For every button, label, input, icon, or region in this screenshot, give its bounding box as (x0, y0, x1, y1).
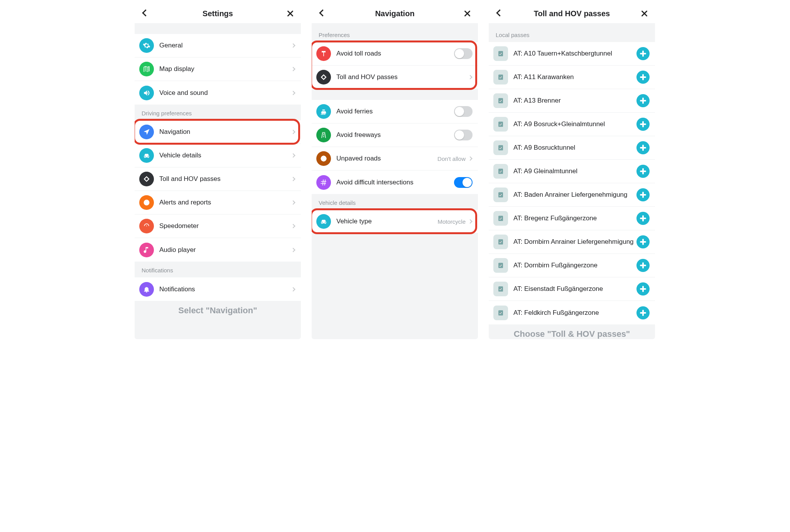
chevron-right-icon (291, 153, 295, 157)
add-pass-button[interactable] (636, 118, 650, 131)
add-pass-button[interactable] (636, 282, 650, 296)
close-icon (287, 10, 294, 17)
plus-icon (640, 215, 646, 221)
page-title: Settings (135, 9, 301, 18)
toggle-avoid-toll[interactable] (454, 48, 473, 59)
toggle-avoid-intersections[interactable] (454, 177, 473, 188)
row-label: Speedometer (159, 222, 292, 230)
plus-icon (640, 310, 646, 316)
plus-icon (640, 51, 646, 57)
add-pass-button[interactable] (636, 306, 650, 319)
add-pass-button[interactable] (636, 212, 650, 225)
car-icon (316, 214, 331, 229)
pass-label: AT: Eisenstadt Fußgängerzone (513, 285, 636, 293)
row-label: Toll and HOV passes (159, 175, 292, 183)
settings-speedometer[interactable]: Speedometer (135, 214, 301, 238)
pass-row[interactable]: AT: Baden Anrainer Liefergenehmigung (489, 183, 655, 207)
close-button[interactable] (285, 8, 295, 19)
settings-map-display[interactable]: Map display (135, 57, 301, 81)
pass-icon (493, 306, 508, 320)
row-label: Unpaved roads (336, 155, 437, 162)
pass-row[interactable]: AT: A11 Karawanken (489, 66, 655, 89)
music-icon (139, 243, 154, 257)
row-label: Avoid ferries (336, 108, 454, 115)
pass-row[interactable]: AT: Feldkirch Fußgängerzone (489, 301, 655, 324)
map-icon (139, 62, 154, 76)
pass-row[interactable]: AT: Bregenz Fußgängerzone (489, 207, 655, 230)
settings-toll-hov[interactable]: Toll and HOV passes (135, 167, 301, 191)
chevron-right-icon (291, 200, 295, 204)
row-label: Avoid freeways (336, 131, 454, 139)
plus-icon (640, 262, 646, 269)
toggle-avoid-freeways[interactable] (454, 130, 473, 140)
nav-avoid-intersections[interactable]: Avoid difficult intersections (312, 171, 478, 194)
plus-icon (640, 192, 646, 198)
section-notifications: Notifications (135, 262, 301, 277)
row-value: Motorcycle (437, 218, 466, 225)
pass-row[interactable]: AT: Dornbirn Fußgängerzone (489, 254, 655, 277)
pass-row[interactable]: AT: A9 Bosruck+Gleinalmtunnel (489, 113, 655, 136)
nav-avoid-toll[interactable]: Avoid toll roads (312, 42, 478, 66)
pass-label: AT: Feldkirch Fußgängerzone (513, 309, 636, 317)
back-button[interactable] (140, 8, 151, 19)
speedometer-icon (139, 219, 154, 233)
nav-vehicle-type[interactable]: Vehicle type Motorcycle (312, 210, 478, 233)
back-button[interactable] (317, 8, 328, 19)
settings-alerts[interactable]: Alerts and reports (135, 191, 301, 214)
caption-settings: Select "Navigation" (135, 306, 301, 316)
gear-icon (139, 38, 154, 53)
add-pass-button[interactable] (636, 141, 650, 154)
pass-label: AT: Bregenz Fußgängerzone (513, 214, 636, 222)
car-icon (139, 148, 154, 163)
add-pass-button[interactable] (636, 47, 650, 60)
pass-icon (493, 164, 508, 179)
nav-unpaved[interactable]: Unpaved roads Don't allow (312, 147, 478, 171)
add-pass-button[interactable] (636, 94, 650, 107)
row-label: Alerts and reports (159, 199, 292, 206)
settings-notifications[interactable]: Notifications (135, 277, 301, 301)
page-title: Toll and HOV passes (489, 9, 655, 18)
row-label: Toll and HOV passes (336, 73, 469, 81)
filler (312, 233, 478, 287)
close-button[interactable] (639, 8, 650, 19)
pass-icon (493, 282, 508, 296)
diamond-icon (316, 70, 331, 84)
pass-label: AT: Baden Anrainer Liefergenehmigung (513, 191, 636, 199)
toggle-avoid-ferries[interactable] (454, 106, 473, 117)
pass-row[interactable]: AT: Dornbirn Anrainer Liefergenehmigung (489, 230, 655, 254)
pass-row[interactable]: AT: A10 Tauern+Katschbergtunnel (489, 42, 655, 66)
chevron-right-icon (468, 156, 472, 160)
nav-avoid-ferries[interactable]: Avoid ferries (312, 100, 478, 123)
pass-icon (493, 70, 508, 84)
row-label: Avoid difficult intersections (336, 179, 454, 186)
back-button[interactable] (494, 8, 505, 19)
row-label: Notifications (159, 285, 292, 293)
section-vehicle-details: Vehicle details (312, 194, 478, 210)
spacer (135, 23, 301, 34)
diamond-icon (139, 172, 154, 186)
nav-avoid-freeways[interactable]: Avoid freeways (312, 123, 478, 147)
row-label: Audio player (159, 246, 292, 254)
settings-voice[interactable]: Voice and sound (135, 81, 301, 105)
settings-audio-player[interactable]: Audio player (135, 238, 301, 262)
settings-navigation[interactable]: Navigation (135, 120, 301, 144)
pass-row[interactable]: AT: A9 Gleinalmtunnel (489, 160, 655, 183)
add-pass-button[interactable] (636, 235, 650, 248)
settings-general[interactable]: General (135, 34, 301, 57)
close-button[interactable] (462, 8, 473, 19)
add-pass-button[interactable] (636, 188, 650, 201)
section-local-passes: Local passes (489, 23, 655, 42)
add-pass-button[interactable] (636, 259, 650, 272)
pass-label: AT: A13 Brenner (513, 97, 636, 105)
nav-icon (139, 125, 154, 139)
pass-row[interactable]: AT: Eisenstadt Fußgängerzone (489, 277, 655, 301)
nav-toll-hov[interactable]: Toll and HOV passes (312, 66, 478, 89)
pass-row[interactable]: AT: A9 Bosrucktunnel (489, 136, 655, 160)
add-pass-button[interactable] (636, 71, 650, 84)
settings-vehicle-details[interactable]: Vehicle details (135, 144, 301, 167)
pass-row[interactable]: AT: A13 Brenner (489, 89, 655, 113)
pass-label: AT: Dornbirn Anrainer Liefergenehmigung (513, 238, 636, 246)
add-pass-button[interactable] (636, 165, 650, 178)
row-label: Navigation (159, 128, 292, 136)
chevron-right-icon (291, 248, 295, 252)
